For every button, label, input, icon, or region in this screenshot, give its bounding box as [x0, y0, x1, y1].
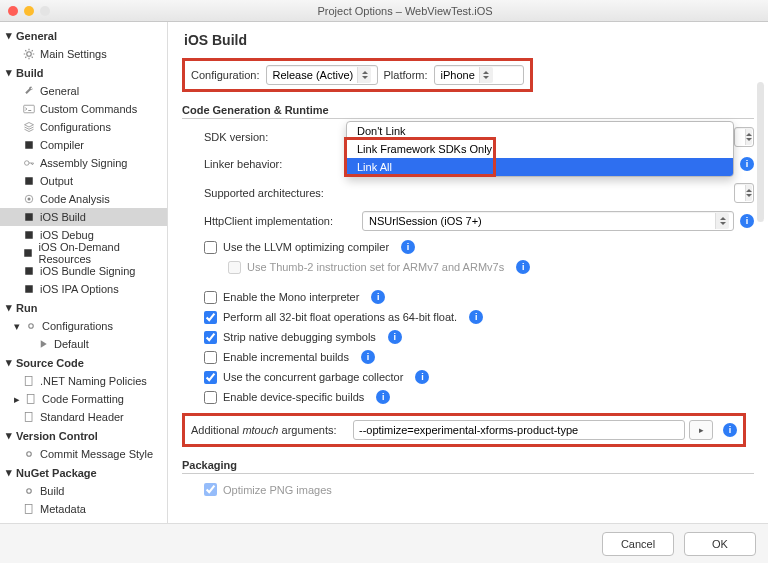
- linker-option-dont-link[interactable]: Don't Link: [347, 122, 733, 140]
- linker-option-framework-only[interactable]: Link Framework SDKs Only: [347, 140, 733, 158]
- sidebar-item-general[interactable]: General: [0, 82, 167, 100]
- doc-icon: [22, 502, 36, 516]
- key-icon: [22, 156, 36, 170]
- svg-rect-9: [25, 249, 33, 257]
- sidebar-item-nuget-build[interactable]: Build: [0, 482, 167, 500]
- svg-rect-1: [24, 105, 35, 113]
- dark-rect-icon: [22, 174, 36, 188]
- svg-point-3: [25, 161, 30, 166]
- wrench-icon: [22, 84, 36, 98]
- play-icon: [36, 337, 50, 351]
- ok-button[interactable]: OK: [684, 532, 756, 556]
- dialog-footer: Cancel OK: [0, 523, 768, 563]
- sidebar-item-main-settings[interactable]: Main Settings: [0, 45, 167, 63]
- cancel-button[interactable]: Cancel: [602, 532, 674, 556]
- chevron-updown-icon: [479, 67, 493, 83]
- titlebar: Project Options – WebViewTest.iOS: [0, 0, 768, 22]
- close-icon[interactable]: [8, 6, 18, 16]
- info-icon[interactable]: i: [415, 370, 429, 384]
- svg-rect-18: [25, 505, 32, 514]
- svg-rect-11: [25, 285, 33, 293]
- linker-label: Linker behavior:: [204, 158, 362, 170]
- sidebar-item-output[interactable]: Output: [0, 172, 167, 190]
- sidebar-item-ios-ipa[interactable]: iOS IPA Options: [0, 280, 167, 298]
- cb-incr[interactable]: Enable incremental buildsi: [182, 347, 754, 367]
- sidebar-item-naming[interactable]: .NET Naming Policies: [0, 372, 167, 390]
- main-panel: iOS Build Configuration: Release (Active…: [168, 22, 768, 523]
- sidebar-item-run-configurations[interactable]: ▾Configurations: [0, 317, 167, 335]
- sidebar-section-source[interactable]: ▾Source Code: [0, 353, 167, 372]
- sidebar-item-code-analysis[interactable]: Code Analysis: [0, 190, 167, 208]
- info-icon[interactable]: i: [361, 350, 375, 364]
- info-icon[interactable]: i: [376, 390, 390, 404]
- target-icon: [22, 192, 36, 206]
- doc-icon: [22, 374, 36, 388]
- svg-point-0: [27, 52, 32, 57]
- platform-combo[interactable]: iPhone: [434, 65, 524, 85]
- linker-dropdown[interactable]: Don't Link Link Framework SDKs Only Link…: [346, 121, 734, 177]
- layers-icon: [22, 120, 36, 134]
- cb-strip[interactable]: Strip native debugging symbolsi: [182, 327, 754, 347]
- info-icon[interactable]: i: [388, 330, 402, 344]
- sidebar-item-ios-ondemand[interactable]: iOS On-Demand Resources: [0, 244, 167, 262]
- http-label: HttpClient implementation:: [204, 215, 362, 227]
- sdk-combo[interactable]: [734, 127, 754, 147]
- dark-rect-icon: [22, 228, 36, 242]
- sidebar-section-run[interactable]: ▾Run: [0, 298, 167, 317]
- sidebar-item-assembly-signing[interactable]: Assembly Signing: [0, 154, 167, 172]
- sdk-label: SDK version:: [204, 131, 362, 143]
- config-combo[interactable]: Release (Active): [266, 65, 378, 85]
- minimize-icon[interactable]: [24, 6, 34, 16]
- svg-rect-2: [25, 141, 33, 149]
- cb-device[interactable]: Enable device-specific buildsi: [182, 387, 754, 407]
- platform-label: Platform:: [384, 69, 428, 81]
- sidebar-section-vc[interactable]: ▾Version Control: [0, 426, 167, 445]
- svg-point-17: [27, 489, 32, 494]
- sidebar-section-general[interactable]: ▾General: [0, 26, 167, 45]
- svg-rect-4: [25, 177, 33, 185]
- svg-rect-10: [25, 267, 33, 275]
- info-icon[interactable]: i: [740, 214, 754, 228]
- svg-rect-14: [27, 395, 34, 404]
- cb-llvm[interactable]: Use the LLVM optimizing compileri: [182, 237, 754, 257]
- scrollbar[interactable]: [757, 82, 764, 222]
- info-icon[interactable]: i: [401, 240, 415, 254]
- sidebar-item-ios-build[interactable]: iOS Build: [0, 208, 167, 226]
- linker-option-link-all[interactable]: Link All: [347, 158, 733, 176]
- sidebar-item-run-default[interactable]: Default: [0, 335, 167, 353]
- info-icon[interactable]: i: [740, 157, 754, 171]
- mtouch-label: Additional mtouch arguments:: [191, 424, 349, 436]
- cb-float[interactable]: Perform all 32-bit float operations as 6…: [182, 307, 754, 327]
- mtouch-input[interactable]: [353, 420, 685, 440]
- info-icon[interactable]: i: [723, 423, 737, 437]
- sidebar-section-tinon[interactable]: ▾Tinon: [0, 518, 167, 523]
- svg-point-16: [27, 452, 32, 457]
- info-icon[interactable]: i: [469, 310, 483, 324]
- config-label: Configuration:: [191, 69, 260, 81]
- chevron-updown-icon: [715, 213, 729, 229]
- doc-icon: [22, 410, 36, 424]
- sidebar-item-code-formatting[interactable]: ▸Code Formatting: [0, 390, 167, 408]
- sidebar-item-commit-style[interactable]: Commit Message Style: [0, 445, 167, 463]
- sidebar-section-nuget[interactable]: ▾NuGet Package: [0, 463, 167, 482]
- svg-rect-13: [25, 377, 32, 386]
- sidebar-item-nuget-metadata[interactable]: Metadata: [0, 500, 167, 518]
- highlight-config-platform: Configuration: Release (Active) Platform…: [182, 58, 533, 92]
- http-combo[interactable]: NSUrlSession (iOS 7+): [362, 211, 734, 231]
- info-icon[interactable]: i: [371, 290, 385, 304]
- sidebar-item-compiler[interactable]: Compiler: [0, 136, 167, 154]
- sidebar-item-configurations[interactable]: Configurations: [0, 118, 167, 136]
- sidebar-item-std-header[interactable]: Standard Header: [0, 408, 167, 426]
- mtouch-expand-button[interactable]: [689, 420, 713, 440]
- svg-point-12: [29, 324, 34, 329]
- info-icon[interactable]: i: [516, 260, 530, 274]
- cb-mono[interactable]: Enable the Mono interpreteri: [182, 287, 754, 307]
- cb-png[interactable]: Optimize PNG images: [182, 480, 754, 499]
- dark-rect-icon: [22, 210, 36, 224]
- section-packaging: Packaging: [182, 459, 754, 474]
- arch-combo[interactable]: [734, 183, 754, 203]
- sidebar-section-build[interactable]: ▾Build: [0, 63, 167, 82]
- cb-gc[interactable]: Use the concurrent garbage collectori: [182, 367, 754, 387]
- sidebar-item-custom-commands[interactable]: Custom Commands: [0, 100, 167, 118]
- zoom-icon: [40, 6, 50, 16]
